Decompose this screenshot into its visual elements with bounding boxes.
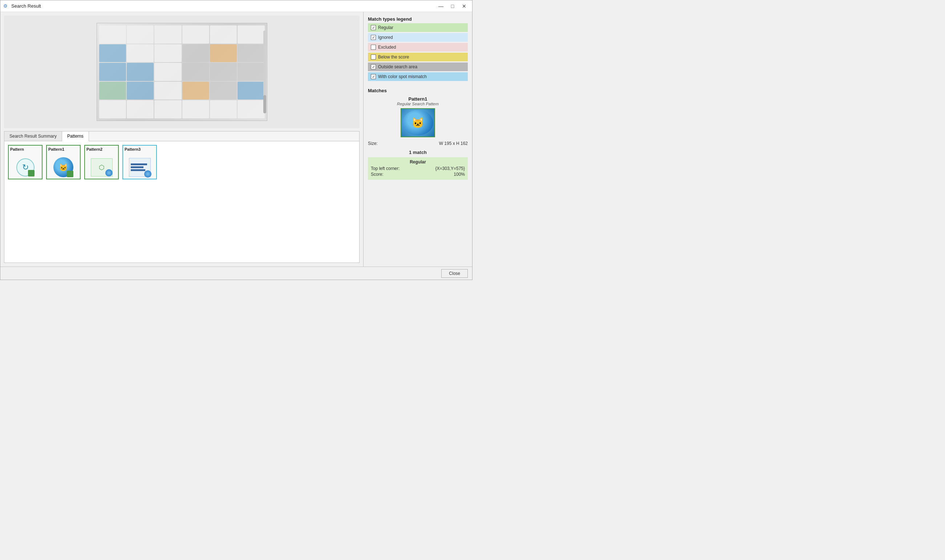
mock-cell (154, 100, 181, 118)
mock-cell (182, 63, 209, 81)
patterns-content: Pattern ↻ Pattern1 (5, 141, 359, 263)
mock-cell (237, 25, 265, 43)
legend-label-outside-search: Outside search area (378, 64, 417, 69)
match-size-value: W 195 x H 162 (439, 141, 468, 146)
mock-cell (127, 44, 154, 63)
list-item[interactable]: Pattern ↻ (8, 145, 43, 179)
list-item[interactable]: Pattern2 ⬡ (84, 145, 119, 179)
legend-checkbox-excluded[interactable] (371, 45, 376, 50)
top-left-value: {X=303,Y=575} (436, 166, 465, 171)
tab-bar: Search Result Summary Patterns (5, 131, 359, 141)
mock-cell (127, 63, 154, 81)
mock-cell (210, 63, 237, 81)
match-pattern-name: Pattern1 (368, 96, 468, 102)
app-icon: ⚙ (3, 3, 9, 9)
pattern-label: Pattern (10, 147, 24, 151)
legend-label-excluded: Excluded (378, 45, 396, 50)
match-image: 🐱 (400, 108, 435, 137)
pattern-label: Pattern3 (125, 147, 140, 151)
match-details-type: Regular (371, 159, 465, 165)
legend-item-regular[interactable]: Regular (368, 23, 468, 32)
left-panel: Search Result Summary Patterns Pattern ↻ (0, 12, 363, 266)
match-size-row: Size: W 195 x H 162 (368, 140, 468, 147)
mock-cell (182, 25, 209, 43)
legend-label-color-mismatch: With color spot mismatch (378, 74, 427, 79)
screenshot-preview (97, 23, 267, 121)
pattern-label: Pattern1 (48, 147, 64, 151)
legend-title: Match types legend (368, 16, 468, 22)
close-button[interactable]: Close (441, 269, 468, 278)
main-window: ⚙ Search Result — □ ✕ (0, 0, 472, 280)
match-size-label: Size: (368, 141, 378, 146)
mock-cell (154, 44, 181, 63)
legend-item-ignored[interactable]: Ignored (368, 33, 468, 42)
match-image-container: 🐱 (368, 108, 468, 137)
mock-cell (237, 82, 265, 100)
screenshot-area (4, 15, 360, 128)
mock-cell (210, 44, 237, 63)
legend-section: Match types legend Regular Ignored Exclu… (368, 16, 468, 82)
mock-cell (99, 82, 126, 100)
mock-cell (182, 44, 209, 63)
mock-cell (182, 82, 209, 100)
right-panel: Match types legend Regular Ignored Exclu… (363, 12, 472, 266)
legend-item-below-score[interactable]: Below the score (368, 53, 468, 62)
pattern-image (128, 157, 151, 177)
pattern-corner-icon (67, 171, 73, 177)
score-label: Score: (371, 172, 383, 177)
top-left-label: Top left corner: (371, 166, 400, 171)
main-content: Search Result Summary Patterns Pattern ↻ (0, 12, 472, 266)
legend-checkbox-ignored[interactable] (371, 35, 376, 40)
pattern-overlay-icon (105, 169, 112, 177)
mock-cell (237, 44, 265, 63)
mock-cell (99, 44, 126, 63)
tab-patterns[interactable]: Patterns (62, 131, 89, 141)
title-bar: ⚙ Search Result — □ ✕ (0, 0, 472, 12)
mock-cell (127, 100, 154, 118)
list-item[interactable]: Pattern3 (122, 145, 157, 179)
mock-cell (237, 100, 265, 118)
title-bar-controls: — □ ✕ (436, 2, 469, 10)
mock-cell (182, 100, 209, 118)
legend-item-outside-search[interactable]: Outside search area (368, 63, 468, 71)
match-image-inner: 🐱 (402, 110, 433, 135)
mock-cell (99, 100, 126, 118)
pattern-image: 🐱 (52, 157, 75, 177)
match-count: 1 match (368, 150, 468, 155)
legend-checkbox-below-score[interactable] (371, 54, 376, 60)
match-cat-icon: 🐱 (411, 117, 424, 129)
legend-checkbox-outside-search[interactable] (371, 64, 376, 69)
mock-cell (154, 82, 181, 100)
pattern-label: Pattern2 (86, 147, 102, 151)
mock-cell (154, 63, 181, 81)
pattern-image: ↻ (14, 157, 37, 177)
window-title: Search Result (11, 3, 436, 9)
tab-search-result-summary[interactable]: Search Result Summary (5, 131, 62, 141)
score-value: 100% (454, 172, 465, 177)
legend-item-excluded[interactable]: Excluded (368, 43, 468, 52)
match-details: Regular Top left corner: {X=303,Y=575} S… (368, 157, 468, 180)
legend-label-regular: Regular (378, 25, 393, 30)
scrollbar-thumb[interactable] (263, 95, 266, 113)
scrollbar[interactable] (263, 31, 266, 113)
mock-cell (127, 25, 154, 43)
mock-cell (210, 100, 237, 118)
match-details-top-left: Top left corner: {X=303,Y=575} (371, 166, 465, 171)
legend-item-color-mismatch[interactable]: With color spot mismatch (368, 72, 468, 81)
legend-label-ignored: Ignored (378, 35, 393, 40)
mock-cell (99, 25, 126, 43)
legend-checkbox-regular[interactable] (371, 25, 376, 30)
minimize-button[interactable]: — (436, 2, 446, 10)
match-pattern-type: Regular Search Pattern (368, 102, 468, 106)
pattern-corner-icon (28, 170, 34, 177)
mock-cell (210, 25, 237, 43)
mock-cell (99, 63, 126, 81)
matches-section: Matches Pattern1 Regular Search Pattern … (368, 88, 468, 180)
pattern-image: ⬡ (90, 157, 113, 177)
list-item[interactable]: Pattern1 🐱 (46, 145, 81, 179)
legend-checkbox-color-mismatch[interactable] (371, 74, 376, 79)
close-window-button[interactable]: ✕ (459, 2, 469, 10)
maximize-button[interactable]: □ (448, 2, 458, 10)
matches-title: Matches (368, 88, 468, 93)
mock-cell (210, 82, 237, 100)
